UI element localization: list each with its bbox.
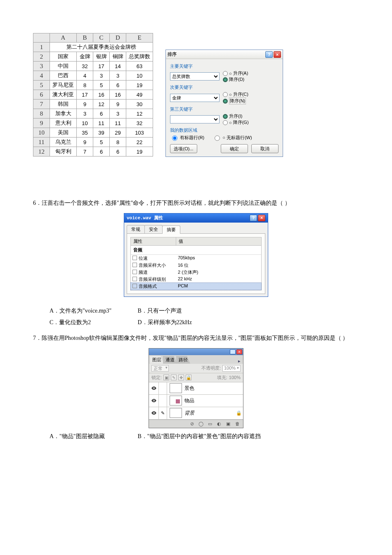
row-head: 7: [33, 100, 50, 109]
data-cell: 7: [77, 147, 93, 157]
layer-row[interactable]: ✎ 背景 🔒: [149, 407, 243, 420]
layer-thumbnail: [170, 396, 182, 406]
desc-radio[interactable]: 降序(N): [223, 97, 248, 104]
lock-transparent-icon[interactable]: ▣: [163, 375, 169, 380]
property-row[interactable]: 音频格式PCM: [131, 283, 261, 290]
col-attr: 属性: [131, 237, 176, 245]
sort-title: 排序: [168, 51, 265, 57]
visibility-icon[interactable]: [149, 407, 159, 419]
close-icon[interactable]: ×: [274, 51, 281, 58]
corner-cell: [33, 33, 50, 43]
lock-move-icon[interactable]: ✥: [178, 375, 184, 380]
has-header-radio[interactable]: 有标题行(R): [170, 134, 204, 141]
fill-input[interactable]: 100%: [229, 375, 241, 380]
row-head: 4: [33, 71, 50, 81]
data-cell: 16: [110, 90, 126, 100]
ok-button[interactable]: 确定: [221, 144, 248, 153]
data-cell: 6: [110, 147, 126, 157]
row-head: 11: [33, 138, 50, 147]
opacity-input[interactable]: 100%: [222, 365, 241, 372]
fill-label: 填充:: [217, 375, 227, 381]
asc-radio[interactable]: 升序(I): [223, 113, 249, 119]
q6-c: C．量化位数为2: [50, 317, 136, 328]
data-cell: 32: [126, 119, 153, 128]
data-cell: 6: [110, 81, 126, 90]
third-key-select[interactable]: [170, 115, 220, 123]
sheet-title: 第二十八届夏季奥运会金牌榜: [50, 43, 153, 52]
row-head: 8: [33, 109, 50, 119]
close-icon[interactable]: ×: [258, 215, 265, 221]
link-icon[interactable]: ✎: [159, 407, 167, 419]
third-key-label: 第三关键字: [170, 106, 279, 112]
cancel-button[interactable]: 取消: [251, 144, 279, 153]
desc-radio[interactable]: 降序(D): [223, 76, 248, 83]
trash-icon[interactable]: 🗑: [234, 421, 241, 427]
tab-channels[interactable]: 通道: [163, 356, 177, 364]
property-row[interactable]: 位速705kbps: [131, 255, 261, 262]
data-cell: 9: [110, 100, 126, 109]
tab-layers[interactable]: 图层: [150, 356, 164, 364]
data-cell: 9: [77, 100, 93, 109]
help-icon[interactable]: ?: [265, 51, 273, 58]
data-cell: 韩国: [50, 100, 77, 109]
property-row[interactable]: 音频采样大小16 位: [131, 262, 261, 269]
q6-a: A．文件名为"voice.mp3": [50, 305, 136, 317]
layer-row[interactable]: 物品: [149, 395, 243, 407]
data-cell: 10: [126, 71, 153, 81]
asc-radio[interactable]: ○ 升序(A): [223, 70, 248, 76]
data-cell: 63: [126, 62, 153, 71]
primary-key-select[interactable]: 总奖牌数: [170, 72, 220, 81]
data-cell: 39: [93, 128, 110, 138]
q7-a: A．"物品"图层被隐藏: [50, 431, 136, 442]
visibility-icon[interactable]: [149, 382, 159, 394]
data-cell: 19: [126, 147, 153, 157]
new-layer-icon[interactable]: ▣: [225, 421, 231, 427]
row-head: 10: [33, 128, 50, 138]
folder-icon[interactable]: ▭: [207, 421, 213, 427]
adjust-icon[interactable]: ◐: [216, 421, 222, 427]
hdr-cell: 铜牌: [110, 52, 126, 62]
no-header-radio[interactable]: ○ 无标题行(W): [213, 134, 252, 141]
prop-title: voice.wav 属性: [127, 215, 163, 221]
data-cell: 6: [93, 147, 110, 157]
blend-mode-select[interactable]: 正常: [151, 365, 169, 372]
data-cell: 巴西: [50, 71, 77, 81]
spreadsheet: A B C D E 1 第二十八届夏季奥运会金牌榜 2 国家 金牌 银牌 铜牌 …: [33, 33, 153, 157]
panel-menu-icon[interactable]: ▸: [236, 358, 242, 364]
mask-icon[interactable]: ◯: [198, 421, 204, 427]
asc-radio[interactable]: ○ 升序(C): [223, 91, 248, 97]
fx-icon[interactable]: ⊘: [189, 421, 195, 427]
options-button[interactable]: 选项(O)...: [170, 144, 197, 153]
hdr-cell: 银牌: [93, 52, 110, 62]
help-icon[interactable]: ?: [250, 215, 257, 221]
minimize-icon[interactable]: [230, 349, 236, 354]
tab-security[interactable]: 安全: [144, 225, 163, 233]
q6-text: 6．汪蔷右击一个音频文件，选择"属性"命令，打开下图所示对话框，就此判断下列说法…: [33, 198, 359, 208]
lock-all-icon[interactable]: 🔒: [186, 375, 191, 380]
secondary-key-select[interactable]: 金牌: [170, 94, 220, 102]
data-cell: 17: [77, 90, 93, 100]
data-cell: 49: [126, 90, 153, 100]
data-cell: 9: [77, 138, 93, 147]
layer-row[interactable]: 景色: [149, 382, 243, 395]
lock-label: 锁定:: [151, 375, 162, 381]
lock-brush-icon[interactable]: ✎: [171, 375, 177, 380]
close-icon[interactable]: ×: [236, 349, 242, 354]
property-row[interactable]: 音频采样级别22 kHz: [131, 276, 261, 283]
data-cell: 14: [110, 62, 126, 71]
data-cell: 29: [110, 128, 126, 138]
tab-paths[interactable]: 路径: [176, 356, 190, 364]
layer-name: 背景: [184, 410, 235, 417]
data-cell: 澳大利亚: [50, 90, 77, 100]
data-cell: 8: [110, 138, 126, 147]
tab-general[interactable]: 常规: [127, 225, 145, 233]
col-b: B: [77, 33, 93, 43]
data-cell: 4: [77, 71, 93, 81]
property-row[interactable]: 频道2 (立体声): [131, 269, 261, 276]
col-a: A: [50, 33, 77, 43]
data-cell: 5: [93, 81, 110, 90]
data-cell: 11: [110, 119, 126, 128]
visibility-icon[interactable]: [149, 395, 159, 407]
tab-summary[interactable]: 摘要: [162, 225, 180, 234]
desc-radio[interactable]: ○ 降序(G): [223, 119, 249, 126]
